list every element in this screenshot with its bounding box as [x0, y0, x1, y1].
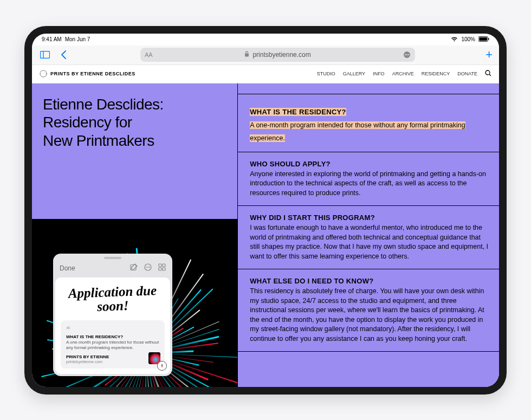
- svg-point-9: [408, 54, 409, 55]
- svg-point-11: [485, 70, 490, 75]
- status-bar: 9:41 AM Mon Jun 7 100%: [32, 34, 499, 46]
- status-time: 9:41 AM: [42, 36, 62, 42]
- svg-rect-19: [163, 264, 165, 267]
- svg-rect-5: [245, 54, 249, 57]
- site-nav: STUDIO GALLERY INFO ARCHIVE RESIDENCY DO…: [317, 70, 491, 77]
- handwritten-note: Application due soon!: [60, 280, 165, 322]
- faq-section: WHY DID I START THIS PROGRAM?I was fortu…: [238, 206, 499, 269]
- safari-toolbar: AA printsbyetienne.com +: [32, 46, 499, 65]
- site-logo[interactable]: PRINTS BY ETIENNE DESCLIDES: [40, 70, 135, 77]
- battery-icon: [478, 36, 489, 43]
- more-icon[interactable]: [144, 263, 152, 273]
- site-header: PRINTS BY ETIENNE DESCLIDES STUDIO GALLE…: [32, 65, 499, 83]
- faq-section: WHO SHOULD APPLY?Anyone interested in ex…: [238, 152, 499, 206]
- link-title: WHAT IS THE RESIDENCY?: [66, 334, 159, 339]
- site-brand-text: PRINTS BY ETIENNE DESCLIDES: [50, 71, 135, 76]
- faq-question: WHAT IS THE RESIDENCY?: [250, 108, 346, 116]
- svg-rect-2: [488, 38, 489, 40]
- nav-donate[interactable]: DONATE: [457, 71, 477, 76]
- wifi-icon: [451, 36, 458, 43]
- svg-point-10: [40, 70, 47, 77]
- svg-rect-18: [159, 264, 161, 267]
- svg-rect-3: [41, 51, 50, 59]
- new-tab-button[interactable]: +: [485, 48, 493, 62]
- back-button[interactable]: [57, 48, 70, 61]
- reader-aa-icon[interactable]: AA: [145, 51, 153, 58]
- svg-point-8: [406, 54, 407, 55]
- battery-percent: 100%: [461, 36, 475, 42]
- ipad-device-frame: 9:41 AM Mon Jun 7 100% AA: [24, 26, 507, 395]
- logo-badge-icon: [40, 70, 47, 77]
- nav-archive[interactable]: ARCHIVE: [392, 71, 414, 76]
- page-title: Etienne Desclides: Residency for New Pri…: [43, 95, 226, 150]
- svg-rect-1: [479, 37, 487, 40]
- quick-note-header: Done: [53, 262, 172, 277]
- address-bar[interactable]: AA printsbyetienne.com: [140, 48, 415, 62]
- faq-question: WHY DID I START THIS PROGRAM?: [250, 214, 489, 222]
- drag-handle[interactable]: [53, 254, 172, 262]
- page-content: Etienne Desclides: Residency for New Pri…: [32, 83, 499, 387]
- done-button[interactable]: Done: [60, 264, 75, 272]
- url-text: printsbyetienne.com: [252, 51, 310, 59]
- quick-note-body[interactable]: Application due soon! ❝ WHAT IS THE RESI…: [55, 277, 170, 373]
- svg-rect-20: [159, 268, 161, 270]
- link-source: PRINTS BY ETIENNE: [66, 354, 159, 359]
- nav-studio[interactable]: STUDIO: [317, 71, 335, 76]
- svg-line-12: [489, 74, 491, 76]
- faq-answer: This residency is absolutely free of cha…: [250, 287, 489, 344]
- page-settings-icon[interactable]: [403, 51, 411, 59]
- faq-section: WHAT ELSE DO I NEED TO KNOW?This residen…: [238, 269, 499, 352]
- lock-icon: [244, 51, 249, 59]
- grid-icon[interactable]: [158, 263, 166, 273]
- ipad-screen: 9:41 AM Mon Jun 7 100% AA: [32, 34, 499, 387]
- nav-info[interactable]: INFO: [373, 71, 385, 76]
- sidebar-toggle-icon[interactable]: [38, 48, 51, 61]
- svg-point-7: [405, 54, 406, 55]
- status-date: Mon Jun 7: [65, 36, 90, 42]
- faq-answer: I was fortunate enough to have a wonderf…: [250, 223, 489, 261]
- quote-icon: ❝: [66, 325, 159, 333]
- svg-rect-21: [163, 268, 165, 270]
- quick-note-panel[interactable]: Done Application due soon! ❝ WHAT IS THE…: [53, 254, 172, 376]
- content-right-column[interactable]: WHAT IS THE RESIDENCY?A one-month progra…: [237, 83, 499, 387]
- nav-residency[interactable]: RESIDENCY: [422, 71, 450, 76]
- link-description: A one-month program intended for those w…: [66, 340, 159, 351]
- faq-question: WHO SHOULD APPLY?: [250, 160, 489, 168]
- link-preview-card[interactable]: ❝ WHAT IS THE RESIDENCY? A one-month pro…: [61, 320, 165, 369]
- faq-answer: A one-month program intended for those w…: [250, 121, 465, 142]
- faq-question: WHAT ELSE DO I NEED TO KNOW?: [250, 277, 489, 285]
- faq-section: WHAT IS THE RESIDENCY?A one-month progra…: [238, 94, 499, 152]
- compose-icon[interactable]: [130, 263, 138, 273]
- link-url: printsbyetienne.com: [66, 359, 159, 364]
- svg-point-16: [147, 267, 148, 268]
- nav-gallery[interactable]: GALLERY: [343, 71, 365, 76]
- svg-point-15: [146, 267, 147, 268]
- svg-point-17: [149, 267, 150, 268]
- faq-answer: Anyone interested in exploring the world…: [250, 170, 489, 198]
- safari-compass-icon[interactable]: [157, 361, 167, 371]
- search-icon[interactable]: [485, 70, 491, 77]
